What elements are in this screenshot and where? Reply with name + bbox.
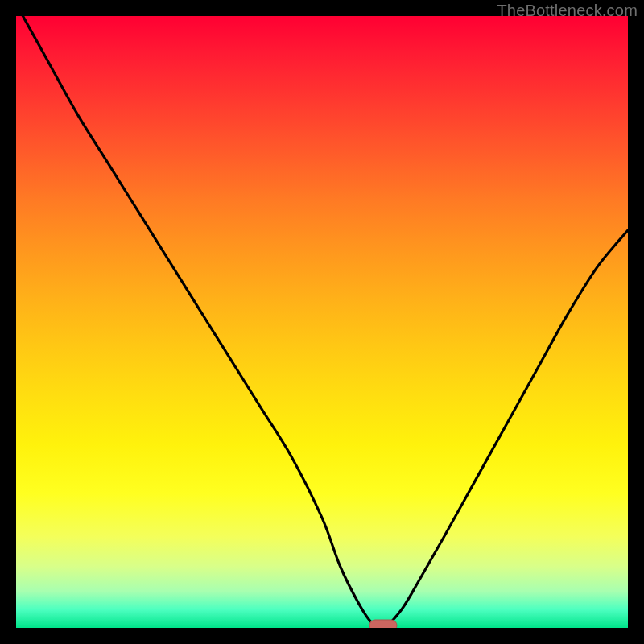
chart-frame: TheBottleneck.com	[0, 0, 644, 644]
plot-area	[16, 16, 628, 628]
optimal-marker	[369, 620, 397, 628]
bottleneck-curve-path	[16, 16, 628, 628]
curve-svg	[16, 16, 628, 628]
